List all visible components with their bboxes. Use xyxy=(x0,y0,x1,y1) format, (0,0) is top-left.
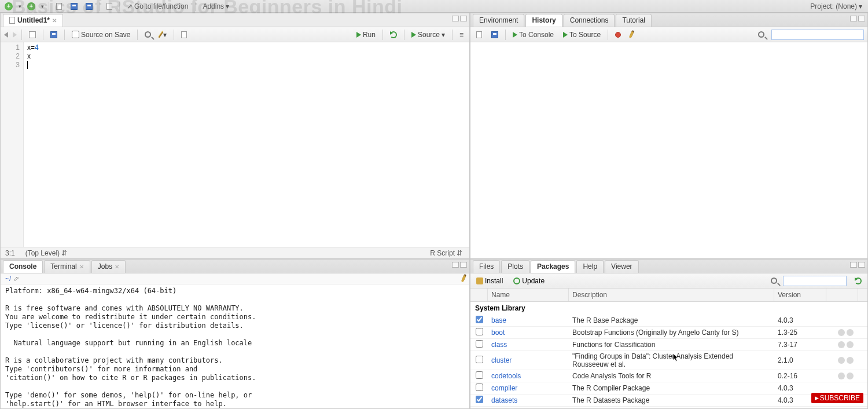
goto-file-function[interactable]: ↗ Go to file/function xyxy=(124,1,190,12)
packages-list[interactable]: System Library baseThe R Base Package4.0… xyxy=(470,302,867,408)
package-row[interactable]: classFunctions for Classification7.3-17 xyxy=(470,339,867,351)
close-icon[interactable]: ✕ xyxy=(79,264,84,270)
tab-packages[interactable]: Packages xyxy=(531,260,575,273)
pane-minmax[interactable] xyxy=(850,16,865,21)
rerun-button[interactable] xyxy=(388,30,399,39)
col-version[interactable]: Version xyxy=(774,289,826,301)
working-dir[interactable]: ~/ xyxy=(5,275,11,283)
dropdown-icon[interactable]: ▾ xyxy=(19,3,21,9)
package-row[interactable]: baseThe R Base Package4.0.3 xyxy=(470,315,867,327)
pane-minmax[interactable] xyxy=(452,16,467,21)
tab-viewer[interactable]: Viewer xyxy=(605,260,638,273)
nav-forward-button[interactable] xyxy=(13,32,17,38)
tab-terminal[interactable]: Terminal ✕ xyxy=(44,260,90,273)
package-row[interactable]: codetoolsCode Analysis Tools for R0.2-16 xyxy=(470,370,867,382)
outline-button[interactable]: ≡ xyxy=(457,30,466,40)
load-history-button[interactable] xyxy=(474,30,484,39)
update-button[interactable]: Update xyxy=(511,276,547,286)
run-button[interactable]: Run xyxy=(354,30,378,40)
source-on-save-checkbox[interactable]: Source on Save xyxy=(69,30,133,40)
search-history-button[interactable] xyxy=(756,30,767,39)
tab-plots[interactable]: Plots xyxy=(501,260,529,273)
editor-body[interactable]: 123 x=4 x xyxy=(1,42,469,247)
show-in-new-window-button[interactable] xyxy=(27,30,38,39)
to-console-button[interactable]: To Console xyxy=(510,30,556,40)
file-type-selector[interactable]: R Script ⇵ xyxy=(428,248,465,258)
package-name-link[interactable]: datasets xyxy=(488,395,569,406)
tab-history[interactable]: History xyxy=(525,14,562,27)
dropdown-icon[interactable]: ▾ xyxy=(41,3,44,9)
source-toolbar: Source on Save ▾ Run Source ▾ ≡ xyxy=(1,27,469,42)
package-checkbox[interactable] xyxy=(476,384,483,391)
package-checkbox[interactable] xyxy=(476,328,483,335)
package-name-link[interactable]: class xyxy=(488,339,569,350)
nav-back-button[interactable] xyxy=(4,32,8,38)
close-icon[interactable]: ✕ xyxy=(115,264,119,270)
package-row[interactable]: datasetsThe R Datasets Package4.0.3 xyxy=(470,395,867,407)
save-button[interactable] xyxy=(69,1,79,12)
compile-report-button[interactable] xyxy=(179,30,189,39)
to-source-button[interactable]: To Source xyxy=(561,30,603,40)
popout-icon[interactable]: ⬀ xyxy=(13,275,19,283)
pane-minmax[interactable] xyxy=(850,262,865,268)
package-name-link[interactable]: base xyxy=(488,315,569,326)
package-checkbox[interactable] xyxy=(476,356,483,363)
package-checkbox[interactable] xyxy=(476,316,483,323)
code-area[interactable]: x=4 x xyxy=(24,42,469,247)
code-tools-button[interactable]: ▾ xyxy=(158,30,169,40)
tab-tutorial[interactable]: Tutorial xyxy=(616,14,652,27)
col-description[interactable]: Description xyxy=(569,289,774,301)
source-tab-untitled1[interactable]: Untitled1* ✕ xyxy=(3,14,63,27)
save-history-button[interactable] xyxy=(489,30,501,39)
package-name-link[interactable]: codetools xyxy=(488,371,569,381)
tab-jobs[interactable]: Jobs ✕ xyxy=(91,260,126,273)
refresh-button[interactable] xyxy=(852,276,864,286)
tab-console[interactable]: Console xyxy=(3,260,43,273)
tab-environment[interactable]: Environment xyxy=(473,14,524,27)
history-search-input[interactable] xyxy=(771,30,864,40)
print-button[interactable] xyxy=(104,1,115,12)
project-menu[interactable]: Project: (None) ▾ xyxy=(808,1,865,12)
package-web-icon[interactable] xyxy=(838,357,845,364)
clear-history-button[interactable] xyxy=(628,30,635,39)
package-remove-icon[interactable] xyxy=(847,341,854,348)
package-checkbox[interactable] xyxy=(476,371,483,379)
subscribe-badge[interactable]: ▶ SUBSCRIBE xyxy=(811,393,863,403)
new-project-button[interactable]: + xyxy=(26,1,36,12)
remove-entries-button[interactable] xyxy=(613,31,623,39)
package-name-link[interactable]: cluster xyxy=(488,355,569,366)
package-web-icon[interactable] xyxy=(838,341,845,348)
history-body[interactable] xyxy=(470,42,867,258)
tab-files[interactable]: Files xyxy=(473,260,500,273)
new-file-button[interactable]: + xyxy=(3,1,14,12)
package-checkbox[interactable] xyxy=(476,396,483,403)
package-remove-icon[interactable] xyxy=(847,373,854,379)
close-icon[interactable]: ✕ xyxy=(52,17,57,24)
tab-connections[interactable]: Connections xyxy=(564,14,615,27)
console-output[interactable]: Platform: x86_64-w64-mingw32/x64 (64-bit… xyxy=(1,284,469,408)
addins-menu[interactable]: Addins ▾ xyxy=(200,1,231,12)
scope-selector[interactable]: (Top Level) ⇵ xyxy=(23,248,69,258)
col-name[interactable]: Name xyxy=(488,289,569,301)
package-row[interactable]: foreignRead Data Stored by 'Minitab', 'S… xyxy=(470,407,867,408)
package-row[interactable]: bootBootstrap Functions (Originally by A… xyxy=(470,327,867,339)
save-button[interactable] xyxy=(48,30,60,39)
package-name-link[interactable]: boot xyxy=(488,327,569,338)
packages-search-input[interactable] xyxy=(783,276,847,286)
package-checkbox[interactable] xyxy=(476,340,483,348)
package-row[interactable]: cluster"Finding Groups in Data": Cluster… xyxy=(470,351,867,370)
package-remove-icon[interactable] xyxy=(847,329,854,336)
package-row[interactable]: compilerThe R Compiler Package4.0.3 xyxy=(470,382,867,395)
package-web-icon[interactable] xyxy=(838,329,845,336)
open-file-button[interactable] xyxy=(54,1,64,12)
tab-help[interactable]: Help xyxy=(576,260,604,273)
package-name-link[interactable]: compiler xyxy=(488,383,569,393)
install-button[interactable]: Install xyxy=(474,276,505,286)
save-all-button[interactable] xyxy=(84,1,94,12)
package-remove-icon[interactable] xyxy=(847,357,854,364)
package-web-icon[interactable] xyxy=(838,373,845,379)
pane-minmax[interactable] xyxy=(452,262,467,268)
clear-console-button[interactable] xyxy=(461,275,466,283)
find-button[interactable] xyxy=(142,30,153,39)
source-button[interactable]: Source ▾ xyxy=(409,30,447,40)
